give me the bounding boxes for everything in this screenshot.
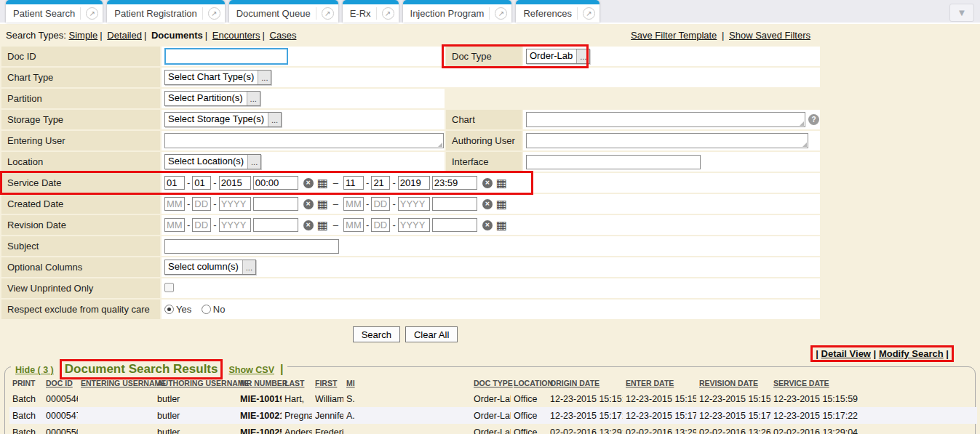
service-date-from-month[interactable] <box>164 176 185 190</box>
column-header-revision-date[interactable]: REVISION DATE <box>696 376 770 390</box>
created-date-from-time[interactable] <box>253 197 298 211</box>
column-header-mi[interactable]: MI <box>343 376 471 390</box>
help-icon[interactable]: ? <box>808 114 819 125</box>
service-date-to-time[interactable] <box>432 176 477 190</box>
tab-e-rx[interactable]: E-Rx ↗ <box>343 0 399 23</box>
quality-care-no-radio[interactable] <box>202 305 211 314</box>
clear-date-icon[interactable]: ✕ <box>303 178 314 188</box>
external-link-icon[interactable]: ↗ <box>495 7 507 20</box>
created-date-from-day[interactable] <box>192 197 211 211</box>
created-date-to-day[interactable] <box>371 197 390 211</box>
column-header-doc-type[interactable]: DOC TYPE <box>471 376 511 390</box>
chart-input[interactable] <box>526 112 805 127</box>
doc-id-input[interactable] <box>164 48 288 65</box>
entering-user-input[interactable] <box>164 133 444 148</box>
quality-care-yes-radio[interactable] <box>164 305 174 314</box>
clear-date-icon[interactable]: ✕ <box>303 220 314 230</box>
revision-date-to-day[interactable] <box>371 218 390 232</box>
calendar-icon[interactable]: ▦ <box>496 177 507 189</box>
results-panel: Hide ( 3 ) Document Search Results Show … <box>4 366 976 434</box>
column-header-service-date[interactable]: SERVICE DATE <box>770 376 977 390</box>
save-filter-template-link[interactable]: Save Filter Template <box>631 30 717 41</box>
tab-injection-program[interactable]: Injection Program ↗ <box>403 0 512 23</box>
created-date-to-month[interactable] <box>343 197 364 211</box>
optional-columns-select-button[interactable]: Select column(s)... <box>164 260 256 275</box>
search-type-detailed[interactable]: Detailed <box>107 30 142 41</box>
empty-cell <box>446 89 820 108</box>
calendar-icon[interactable]: ▦ <box>317 220 328 231</box>
doc-type-select-button[interactable]: Order-Lab... <box>526 49 590 64</box>
view-unprinted-checkbox[interactable] <box>164 283 174 292</box>
service-date-to-day[interactable] <box>371 176 390 190</box>
external-link-icon[interactable]: ↗ <box>583 7 595 20</box>
calendar-icon[interactable]: ▦ <box>317 198 328 210</box>
modify-search-link[interactable]: Modify Search <box>879 348 944 359</box>
external-link-icon[interactable]: ↗ <box>382 7 394 20</box>
tab-references[interactable]: References ↗ <box>516 0 599 23</box>
search-type-encounters[interactable]: Encounters <box>212 30 260 41</box>
search-type-cases[interactable]: Cases <box>270 30 297 41</box>
tab-patient-search[interactable]: Patient Search ↗ <box>6 0 103 23</box>
revision-date-from-month[interactable] <box>164 218 185 232</box>
range-dash: – <box>333 198 338 209</box>
service-date-to-year[interactable] <box>398 176 430 190</box>
tab-patient-registration[interactable]: Patient Registration ↗ <box>107 0 224 23</box>
storage-type-select-button[interactable]: Select Storage Type(s)... <box>164 112 282 127</box>
search-type-simple[interactable]: Simple <box>69 30 98 41</box>
location-select-button[interactable]: Select Location(s)... <box>164 154 261 169</box>
table-row[interactable]: Batch 0000547 butler MIE-10021 Pregnant,… <box>9 407 977 424</box>
column-header-enter-date[interactable]: ENTER DATE <box>623 376 696 390</box>
revision-date-from-day[interactable] <box>192 218 211 232</box>
calendar-icon[interactable]: ▦ <box>317 177 328 189</box>
clear-glyph: ✕ <box>485 222 490 228</box>
revision-date-to-year[interactable] <box>398 218 430 232</box>
column-header-origin-date[interactable]: ORIGIN DATE <box>547 376 623 390</box>
clear-date-icon[interactable]: ✕ <box>303 199 314 209</box>
external-link-icon[interactable]: ↗ <box>322 7 334 20</box>
cell-entering-username <box>78 424 154 434</box>
created-date-to-time[interactable] <box>432 197 477 211</box>
calendar-icon[interactable]: ▦ <box>496 198 507 210</box>
revision-date-from-time[interactable] <box>253 218 298 232</box>
clear-all-button[interactable]: Clear All <box>405 326 458 342</box>
revision-date-from-year[interactable] <box>219 218 251 232</box>
show-csv-link[interactable]: Show CSV <box>228 365 274 375</box>
subject-input[interactable] <box>164 239 339 254</box>
calendar-icon[interactable]: ▦ <box>496 220 507 231</box>
document-search-form: Doc ID Doc Type Order-Lab... Chart Type … <box>0 45 821 321</box>
created-date-from-month[interactable] <box>164 197 185 211</box>
show-saved-filters-link[interactable]: Show Saved Filters <box>729 30 810 41</box>
column-header-first[interactable]: FIRST <box>312 376 343 390</box>
column-header-location[interactable]: LOCATION <box>511 376 547 390</box>
created-date-from-year[interactable] <box>219 197 251 211</box>
revision-date-to-month[interactable] <box>343 218 364 232</box>
cell-mr-number: MIE-10019 <box>237 390 282 407</box>
search-button[interactable]: Search <box>353 326 400 342</box>
partition-select-button[interactable]: Select Partition(s)... <box>164 91 260 106</box>
cell-doc-id: 0000546 <box>43 390 78 407</box>
hide-results-link[interactable]: Hide ( 3 ) <box>15 365 54 375</box>
service-date-from-time[interactable] <box>253 176 298 190</box>
button-label: Order-Lab <box>527 49 576 63</box>
table-row[interactable]: Batch 0000546 butler MIE-10019 Hart, Wil… <box>9 390 977 407</box>
clear-date-icon[interactable]: ✕ <box>482 178 493 188</box>
authoring-user-input[interactable] <box>526 133 808 148</box>
service-date-from-day[interactable] <box>192 176 211 190</box>
revision-date-to-time[interactable] <box>432 218 477 232</box>
cell-print: Batch <box>9 390 43 407</box>
collapse-tabs-button[interactable]: ▼ <box>949 4 974 22</box>
chart-type-select-button[interactable]: Select Chart Type(s)... <box>164 70 271 85</box>
external-link-icon[interactable]: ↗ <box>208 7 220 20</box>
location-label: Location <box>1 152 160 172</box>
interface-input[interactable] <box>526 155 701 169</box>
tab-document-queue[interactable]: Document Queue ↗ <box>229 0 338 23</box>
detail-view-link[interactable]: Detail View <box>821 348 871 359</box>
clear-date-icon[interactable]: ✕ <box>482 220 493 230</box>
service-date-range: - - ✕ ▦ – - - ✕ ▦ <box>164 176 819 190</box>
table-row[interactable]: Batch 0000550 butler MIE-10025 Anderson,… <box>9 424 977 434</box>
created-date-to-year[interactable] <box>398 197 430 211</box>
clear-date-icon[interactable]: ✕ <box>482 199 493 209</box>
service-date-to-month[interactable] <box>343 176 364 190</box>
external-link-icon[interactable]: ↗ <box>86 7 98 20</box>
service-date-from-year[interactable] <box>219 176 251 190</box>
